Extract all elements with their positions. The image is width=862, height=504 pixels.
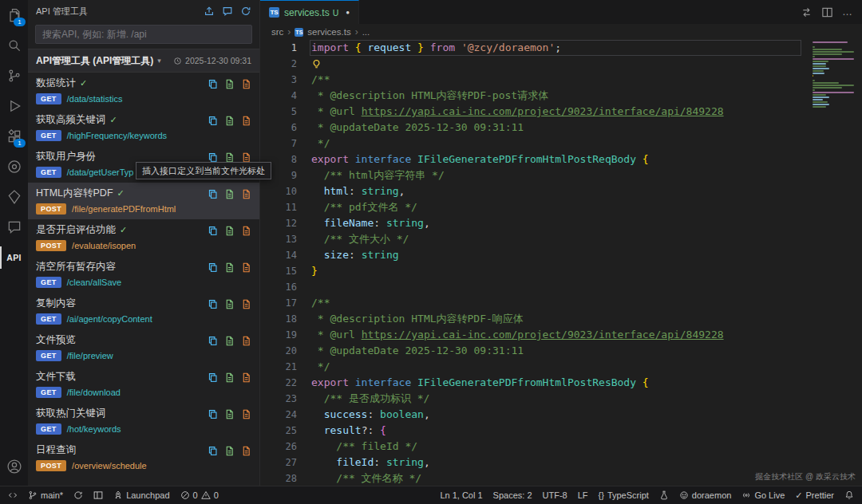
api-item[interactable]: 文件预览GET/file/preview	[28, 329, 259, 366]
activity-run-debug[interactable]	[0, 91, 28, 121]
insert-code-icon[interactable]	[208, 116, 218, 146]
lightbulb-icon[interactable]	[311, 59, 322, 69]
code-line[interactable]: 8export interface IFileGeneratePDFfromHt…	[260, 152, 805, 167]
code-line[interactable]: 4 * @description HTML内容转PDF-post请求体	[260, 88, 805, 104]
activity-test-target[interactable]	[0, 152, 28, 182]
code-line[interactable]: 18 * @description HTML内容转PDF-响应体	[260, 311, 805, 327]
share-icon[interactable]	[204, 6, 215, 17]
activity-source-control[interactable]	[0, 61, 28, 91]
api-doc-icon[interactable]	[241, 79, 251, 109]
api-doc-icon[interactable]	[241, 446, 251, 476]
code-line[interactable]: 3/**	[260, 72, 805, 88]
activity-extension-kite[interactable]	[0, 182, 28, 212]
modified-dot-icon[interactable]: ●	[346, 9, 350, 16]
language-mode[interactable]: {} TypeScript	[599, 490, 649, 500]
refresh-icon[interactable]	[240, 6, 251, 17]
tab-services-ts[interactable]: TS services.ts U ●	[260, 0, 359, 24]
code-line[interactable]: 12 fileName: string,	[260, 215, 805, 231]
layout-button[interactable]	[93, 490, 103, 500]
feedback-icon[interactable]	[222, 6, 233, 17]
breadcrumb-more[interactable]: ...	[362, 27, 370, 37]
code-line[interactable]: 21 */	[260, 359, 805, 375]
generate-file-icon[interactable]	[224, 299, 235, 329]
generate-file-icon[interactable]	[224, 116, 235, 146]
prettier-button[interactable]: ✓ Prettier	[795, 490, 834, 501]
code-line[interactable]: 11 /** pdf文件名 */	[260, 199, 805, 215]
code-line[interactable]: 24 success: boolean,	[260, 407, 805, 423]
api-group-header[interactable]: API管理工具 (API管理工具) ▾ 2025-12-30 09:31	[28, 49, 259, 73]
code-line[interactable]: 28 /** 文件名称 */	[260, 471, 805, 486]
api-item[interactable]: 日程查询POST/overview/schedule	[28, 439, 259, 476]
go-live-button[interactable]: Go Live	[741, 490, 785, 500]
activity-account[interactable]	[0, 451, 28, 482]
split-editor-icon[interactable]	[821, 6, 833, 18]
api-item[interactable]: HTML内容转PDF✓POST/file/generatePDFfromHtml	[28, 183, 259, 219]
activity-chat[interactable]	[0, 212, 28, 242]
code-line[interactable]: 17/**	[260, 295, 805, 311]
minimap[interactable]	[809, 41, 860, 486]
api-doc-icon[interactable]	[241, 372, 251, 403]
indentation[interactable]: Spaces: 2	[493, 490, 532, 500]
launchpad-button[interactable]: Launchpad	[113, 490, 169, 500]
code-line[interactable]: 9 /** html内容字符串 */	[260, 167, 805, 183]
cursor-position[interactable]: Ln 1, Col 1	[440, 490, 482, 500]
insert-code-icon[interactable]	[208, 409, 218, 439]
insert-code-icon[interactable]	[208, 189, 218, 219]
remote-indicator[interactable]	[8, 490, 18, 500]
api-item[interactable]: 数据统计✓GET/data/statistics	[28, 73, 259, 109]
insert-code-icon[interactable]	[208, 226, 218, 256]
insert-code-icon[interactable]	[208, 372, 218, 403]
code-line[interactable]: 1import { request } from '@zcy/doraemon'…	[260, 40, 805, 56]
insert-code-icon[interactable]	[208, 336, 218, 366]
git-branch[interactable]: main*	[28, 490, 63, 500]
beaker-button[interactable]	[659, 490, 669, 500]
code-line[interactable]: 13 /** 文件大小 */	[260, 231, 805, 247]
code-line[interactable]: 22export interface IFileGeneratePDFfromH…	[260, 375, 805, 391]
code-line[interactable]: 20 * @updateDate 2025-12-30 09:31:11	[260, 343, 805, 359]
code-line[interactable]: 10 html: string,	[260, 183, 805, 199]
generate-file-icon[interactable]	[224, 336, 235, 366]
code-line[interactable]: 14 size: string	[260, 247, 805, 263]
api-doc-icon[interactable]	[241, 226, 251, 256]
api-doc-icon[interactable]	[241, 262, 251, 293]
breadcrumb-file[interactable]: services.ts	[307, 27, 350, 37]
eol-sequence[interactable]: LF	[578, 490, 588, 500]
api-doc-icon[interactable]	[241, 299, 251, 329]
api-doc-icon[interactable]	[241, 336, 251, 366]
api-item[interactable]: 清空所有暂存内容GET/clean/allSave	[28, 256, 259, 293]
sync-button[interactable]	[73, 490, 83, 500]
code-line[interactable]: 7 */	[260, 136, 805, 152]
code-line[interactable]: 27 fileId: string,	[260, 455, 805, 471]
activity-explorer[interactable]: 1	[0, 0, 28, 30]
generate-file-icon[interactable]	[224, 226, 235, 256]
activity-api-view[interactable]: API	[0, 242, 28, 273]
activity-search[interactable]	[0, 30, 28, 61]
activity-extensions[interactable]: 1	[0, 121, 28, 152]
generate-file-icon[interactable]	[224, 446, 235, 476]
code-line[interactable]: 5 * @url https://yapi.cai-inc.com/projec…	[260, 104, 805, 120]
breadcrumb[interactable]: src › TS services.ts › ...	[260, 24, 862, 40]
notifications-button[interactable]	[844, 490, 854, 500]
code-line[interactable]: 26 /** fileId */	[260, 439, 805, 455]
insert-code-icon[interactable]	[208, 299, 218, 329]
breadcrumb-root[interactable]: src	[271, 27, 283, 37]
code-line[interactable]: 23 /** 是否成功标识 */	[260, 391, 805, 407]
search-input[interactable]	[35, 25, 252, 44]
api-doc-icon[interactable]	[241, 189, 251, 219]
api-item[interactable]: 复制内容GET/ai/agent/copyContent	[28, 293, 259, 329]
code-line[interactable]: 2	[260, 56, 805, 72]
encoding[interactable]: UTF-8	[543, 490, 567, 500]
api-item[interactable]: 文件下载GET/file/download	[28, 366, 259, 403]
compare-changes-icon[interactable]	[801, 6, 813, 18]
code-line[interactable]: 19 * @url https://yapi.cai-inc.com/proje…	[260, 327, 805, 343]
generate-file-icon[interactable]	[224, 372, 235, 403]
api-item[interactable]: 是否开启评估功能✓POST/evaluate/isopen	[28, 219, 259, 256]
api-item[interactable]: 获取热门关键词GET/hot/keywords	[28, 403, 259, 439]
insert-code-icon[interactable]	[208, 446, 218, 476]
generate-file-icon[interactable]	[224, 262, 235, 293]
code-line[interactable]: 16	[260, 279, 805, 295]
doraemon-plugin[interactable]: doraemon	[679, 490, 732, 500]
code-area[interactable]: 1import { request } from '@zcy/doraemon'…	[260, 40, 805, 486]
more-actions-icon[interactable]: …	[842, 8, 852, 16]
code-line[interactable]: 15}	[260, 263, 805, 279]
